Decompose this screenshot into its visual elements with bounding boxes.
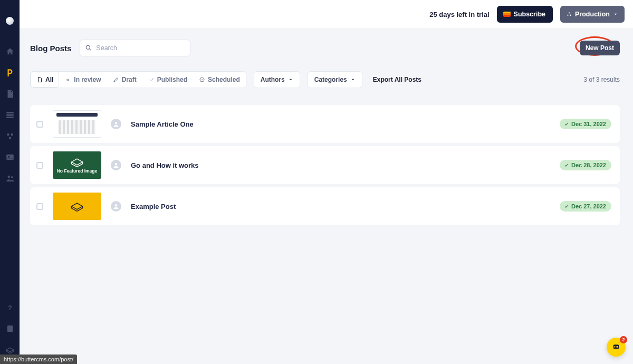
- components-icon[interactable]: [5, 131, 15, 141]
- search-icon: [85, 44, 92, 52]
- svg-rect-12: [569, 12, 570, 13]
- subscribe-icon: [503, 12, 511, 17]
- post-thumbnail: [53, 110, 101, 138]
- export-all-link[interactable]: Export All Posts: [373, 76, 421, 83]
- trial-text: 25 days left in trial: [429, 11, 489, 18]
- svg-point-9: [11, 176, 13, 178]
- post-row[interactable]: Example Post Dec 27, 2022: [30, 187, 620, 225]
- svg-rect-2: [6, 117, 14, 118]
- chevron-down-icon: [350, 77, 356, 82]
- filter-published[interactable]: Published: [142, 72, 193, 88]
- svg-point-3: [7, 133, 9, 136]
- status-filter-segment: All In review Draft Published: [30, 71, 246, 88]
- svg-rect-14: [570, 15, 571, 16]
- search-input[interactable]: [80, 40, 190, 56]
- page-title: Blog Posts: [30, 44, 71, 53]
- svg-rect-13: [568, 15, 569, 16]
- subscribe-button[interactable]: Subscribe: [497, 6, 553, 23]
- post-row[interactable]: Sample Article One Dec 31, 2022: [30, 105, 620, 143]
- results-count: 3 of 3 results: [583, 76, 620, 83]
- svg-point-4: [11, 133, 13, 136]
- chevron-down-icon: [613, 12, 618, 17]
- file-icon: [36, 76, 43, 83]
- env-label: Production: [575, 11, 610, 18]
- status-pill: Dec 31, 2022: [560, 119, 611, 129]
- check-icon: [564, 162, 569, 168]
- chat-icon: [612, 343, 620, 351]
- blog-icon[interactable]: [5, 68, 15, 78]
- svg-text:?: ?: [8, 304, 12, 312]
- svg-rect-1: [6, 114, 14, 116]
- new-post-button[interactable]: New Post: [580, 41, 620, 55]
- check-icon: [148, 76, 155, 83]
- svg-rect-0: [6, 112, 14, 113]
- intercom-launcher[interactable]: 2: [607, 338, 626, 357]
- pencil-icon: [113, 76, 119, 83]
- filter-all[interactable]: All: [31, 72, 59, 88]
- post-thumbnail: No Featured Image: [53, 151, 101, 179]
- users-icon[interactable]: [5, 174, 15, 183]
- subscribe-label: Subscribe: [514, 11, 545, 18]
- sitemap-icon: [567, 12, 572, 17]
- butter-icon[interactable]: [5, 345, 15, 355]
- clock-icon: [199, 76, 205, 83]
- main: 25 days left in trial Subscribe Producti…: [20, 0, 633, 364]
- butter-icon: [70, 201, 84, 212]
- author-avatar: [111, 119, 121, 129]
- checkbox[interactable]: [36, 203, 43, 210]
- topbar: 25 days left in trial Subscribe Producti…: [20, 0, 633, 29]
- post-title-link[interactable]: Example Post: [131, 203, 176, 210]
- checkbox[interactable]: [36, 121, 43, 128]
- post-list: Sample Article One Dec 31, 2022 No Featu…: [30, 105, 620, 225]
- post-row[interactable]: No Featured Image Go and How it works De…: [30, 146, 620, 184]
- pages-icon[interactable]: [5, 89, 15, 99]
- post-thumbnail: [53, 193, 101, 220]
- home-icon[interactable]: [5, 47, 15, 56]
- post-title-link[interactable]: Sample Article One: [131, 120, 194, 128]
- collections-icon[interactable]: [5, 110, 15, 120]
- check-icon: [564, 121, 569, 127]
- svg-point-8: [7, 176, 10, 178]
- filter-scheduled[interactable]: Scheduled: [193, 72, 246, 88]
- media-icon[interactable]: [5, 152, 15, 162]
- post-title-link[interactable]: Go and How it works: [131, 161, 199, 169]
- filter-in-review[interactable]: In review: [59, 72, 107, 88]
- user-avatar[interactable]: [6, 17, 14, 25]
- status-pill: Dec 27, 2022: [560, 201, 611, 212]
- author-avatar: [111, 160, 121, 170]
- check-icon: [564, 204, 569, 209]
- intercom-badge: 2: [620, 336, 627, 343]
- authors-dropdown[interactable]: Authors: [254, 71, 300, 88]
- checkbox[interactable]: [36, 162, 43, 169]
- butter-icon: [70, 157, 84, 167]
- svg-rect-11: [7, 325, 13, 332]
- infinity-icon: [65, 76, 71, 83]
- categories-dropdown[interactable]: Categories: [308, 71, 362, 88]
- status-pill: Dec 28, 2022: [560, 160, 611, 170]
- search-wrap: [80, 40, 190, 56]
- content: Blog Posts New Post All: [20, 29, 633, 364]
- docs-icon[interactable]: [5, 324, 15, 333]
- svg-point-17: [115, 122, 118, 124]
- help-icon[interactable]: ?: [5, 303, 15, 312]
- author-avatar: [111, 201, 121, 212]
- filter-draft[interactable]: Draft: [107, 72, 142, 88]
- svg-point-15: [87, 45, 90, 49]
- chevron-down-icon: [288, 77, 293, 82]
- svg-point-19: [115, 204, 118, 207]
- environment-button[interactable]: Production: [560, 6, 625, 23]
- status-bar-url: https://buttercms.com/post/: [0, 355, 77, 364]
- svg-point-5: [8, 137, 11, 140]
- svg-point-18: [115, 163, 118, 166]
- sidebar: ?: [0, 0, 20, 364]
